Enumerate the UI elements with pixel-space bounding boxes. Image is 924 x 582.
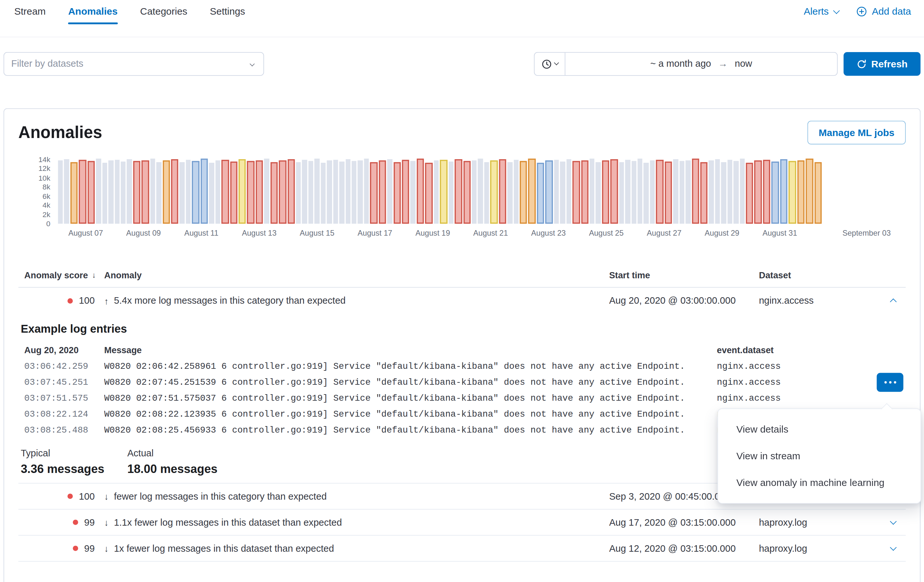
chart-bar-anomaly-blue[interactable] <box>780 159 787 224</box>
tab-settings[interactable]: Settings <box>210 5 245 25</box>
chart-bar[interactable] <box>721 162 726 224</box>
chart-bar[interactable] <box>449 162 454 224</box>
menu-item-view-details[interactable]: View details <box>718 416 921 443</box>
dataset-filter-input[interactable] <box>4 59 263 69</box>
chart-bar-anomaly-red[interactable] <box>230 162 238 224</box>
chart-bar-anomaly-red[interactable] <box>402 160 409 224</box>
chart-bar-anomaly-blue[interactable] <box>201 159 208 224</box>
column-header-dataset[interactable]: Dataset <box>759 270 881 280</box>
chart-bar[interactable] <box>650 160 655 224</box>
chart-bar-anomaly-red[interactable] <box>746 162 753 224</box>
tab-stream[interactable]: Stream <box>14 5 46 25</box>
dataset-filter-combobox[interactable] <box>3 52 264 76</box>
chart-bar[interactable] <box>686 160 691 224</box>
alerts-menu-button[interactable]: Alerts <box>804 6 839 17</box>
chart-bar[interactable] <box>596 162 601 224</box>
log-entry-actions-button[interactable] <box>877 373 904 392</box>
chart-bar[interactable] <box>740 159 744 224</box>
chart-bar-anomaly-orange[interactable] <box>520 161 527 224</box>
chart-bar[interactable] <box>680 161 685 224</box>
chart-bar[interactable] <box>637 159 642 224</box>
chart-bar[interactable] <box>321 162 325 224</box>
chart-bar-anomaly-red[interactable] <box>393 162 401 224</box>
menu-item-view-anomaly-in-machine-learning[interactable]: View anomaly in machine learning <box>718 469 921 496</box>
chart-bar-anomaly-red[interactable] <box>692 159 700 224</box>
chart-bar[interactable] <box>709 160 714 224</box>
chart-bar-anomaly-orange[interactable] <box>528 159 536 224</box>
chart-bar[interactable] <box>109 160 113 224</box>
chart-bar-anomaly-red[interactable] <box>370 162 378 224</box>
chart-bar[interactable] <box>728 160 732 224</box>
chart-bar-anomaly-red[interactable] <box>463 161 471 224</box>
chart-bar[interactable] <box>102 162 107 224</box>
quick-select-button[interactable] <box>535 53 566 75</box>
chart-bar-anomaly-red[interactable] <box>763 160 771 224</box>
tab-anomalies[interactable]: Anomalies <box>68 5 117 25</box>
chart-bar[interactable] <box>264 159 269 224</box>
chart-bar-anomaly-red[interactable] <box>602 160 609 224</box>
menu-item-view-in-stream[interactable]: View in stream <box>718 443 921 469</box>
chart-bar-anomaly-blue[interactable] <box>537 162 544 224</box>
expand-toggle-button[interactable] <box>881 546 906 551</box>
chart-bar[interactable] <box>296 162 301 224</box>
chart-bar[interactable] <box>387 159 392 224</box>
chart-bar-anomaly-red[interactable] <box>610 159 618 224</box>
chart-bar[interactable] <box>180 162 185 224</box>
chart-bar-anomaly-blue[interactable] <box>545 160 553 224</box>
chart-bar-anomaly-orange[interactable] <box>797 160 805 224</box>
log-entry-row[interactable]: 03:07:45.251W0820 02:07:45.251539 6 cont… <box>21 375 904 391</box>
chart-bar[interactable] <box>351 161 356 224</box>
chart-bar-anomaly-red[interactable] <box>270 162 278 224</box>
chart-bar[interactable] <box>115 160 119 224</box>
log-entry-row[interactable]: 03:07:51.575W0820 02:07:51.575037 6 cont… <box>21 391 904 407</box>
anomaly-row[interactable]: 100↑5.4x more log messages in this categ… <box>18 288 906 314</box>
chart-bar[interactable] <box>127 159 132 224</box>
chart-bar-anomaly-red[interactable] <box>454 159 462 224</box>
chart-bar[interactable] <box>590 159 594 224</box>
chart-bar-anomaly-yellow[interactable] <box>490 160 498 224</box>
chart-bar-anomaly-red[interactable] <box>247 161 255 224</box>
chart-bar[interactable] <box>631 161 636 224</box>
chart-bar[interactable] <box>186 160 191 224</box>
chart-bar[interactable] <box>673 159 678 224</box>
refresh-button[interactable]: Refresh <box>843 52 921 76</box>
chart-bar[interactable] <box>302 160 307 224</box>
chart-bar[interactable] <box>58 160 63 224</box>
chart-bar-anomaly-red[interactable] <box>499 159 506 224</box>
tab-categories[interactable]: Categories <box>140 5 187 25</box>
chart-bar[interactable] <box>96 159 101 224</box>
column-header-anomaly[interactable]: Anomaly <box>104 270 609 280</box>
chart-bar[interactable] <box>554 160 559 224</box>
chart-bar[interactable] <box>327 160 332 224</box>
expand-toggle-button[interactable] <box>881 520 906 525</box>
chart-bar[interactable] <box>345 159 350 224</box>
chart-bar[interactable] <box>513 160 518 224</box>
chart-bar-anomaly-red[interactable] <box>379 160 386 224</box>
chart-bar[interactable] <box>358 160 363 224</box>
chart-bar-anomaly-blue[interactable] <box>192 161 200 224</box>
chart-bar[interactable] <box>644 162 648 224</box>
chart-bar-anomaly-red[interactable] <box>87 161 95 224</box>
chart-bar[interactable] <box>209 162 214 224</box>
chart-bar-anomaly-red[interactable] <box>133 161 141 224</box>
chart-bar-anomaly-red[interactable] <box>142 160 149 224</box>
chart-bar-anomaly-red[interactable] <box>665 162 672 224</box>
add-data-button[interactable]: Add data <box>856 6 911 17</box>
chart-bar[interactable] <box>339 162 344 224</box>
chart-bar-anomaly-yellow[interactable] <box>789 161 796 224</box>
chart-bar[interactable] <box>734 161 738 224</box>
chart-bar-anomaly-yellow[interactable] <box>239 159 246 224</box>
chart-bar[interactable] <box>625 160 630 224</box>
chart-bar[interactable] <box>472 160 477 224</box>
column-header-start-time[interactable]: Start time <box>609 270 759 280</box>
manage-ml-jobs-button[interactable]: Manage ML jobs <box>807 121 906 145</box>
chart-bar-anomaly-red[interactable] <box>581 160 589 224</box>
chart-bar[interactable] <box>121 162 126 224</box>
chart-bar-anomaly-red[interactable] <box>573 161 580 224</box>
anomaly-row[interactable]: 99↓1x fewer log messages in this dataset… <box>18 536 906 562</box>
chart-bar[interactable] <box>150 159 155 224</box>
chart-bar[interactable] <box>333 160 338 224</box>
date-range-button[interactable]: ~ a month ago → now <box>565 53 837 75</box>
chart-bar-anomaly-red[interactable] <box>700 162 708 224</box>
chart-bar[interactable] <box>560 162 565 224</box>
